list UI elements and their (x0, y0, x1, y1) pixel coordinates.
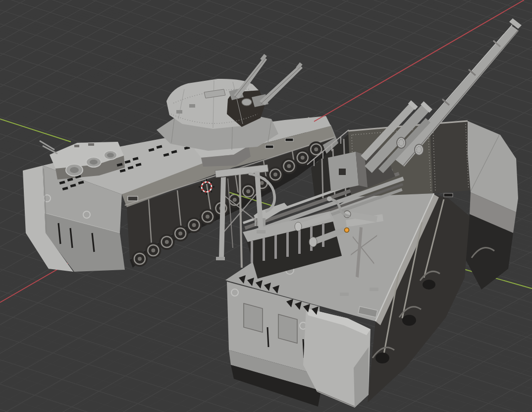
viewport-3d[interactable] (0, 0, 532, 412)
viewport-canvas[interactable] (0, 0, 532, 412)
left-turret (166, 79, 268, 129)
object-origin (345, 228, 349, 233)
left-cupola (242, 99, 252, 106)
